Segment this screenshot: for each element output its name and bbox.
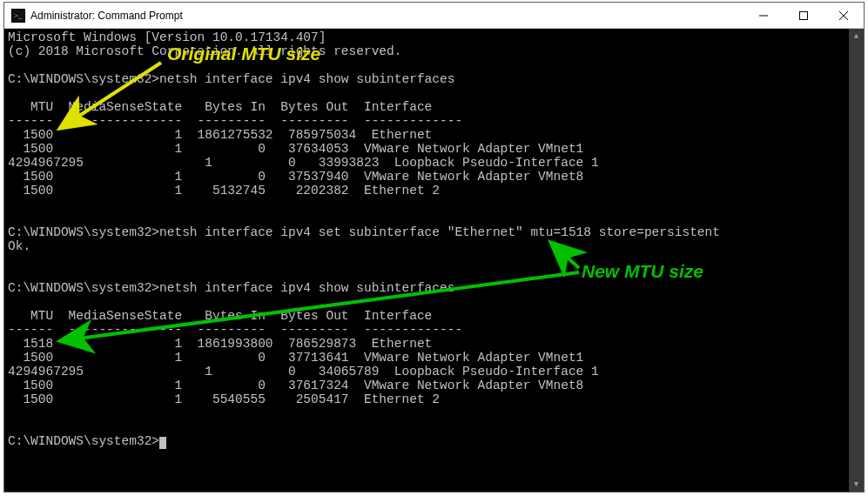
table-row: 1500 1 0 37537940 VMware Network Adapter…	[8, 170, 583, 184]
minimize-button[interactable]	[744, 3, 784, 29]
table-header: MTU MediaSenseState Bytes In Bytes Out I…	[8, 100, 432, 114]
titlebar[interactable]: >_ Administrator: Command Prompt	[4, 3, 864, 29]
prompt: C:\WINDOWS\system32>	[8, 72, 159, 86]
command-prompt-window: >_ Administrator: Command Prompt Microso…	[3, 2, 865, 493]
table-row: 1500 1 5540555 2505417 Ethernet 2	[8, 392, 440, 406]
command-show-1: netsh interface ipv4 show subinterfaces	[159, 72, 454, 86]
table-row: 4294967295 1 0 34065789 Loopback Pseudo-…	[8, 365, 599, 379]
maximize-button[interactable]	[784, 3, 824, 29]
scrollbar[interactable]: ▲ ▼	[849, 29, 864, 492]
prompt: C:\WINDOWS\system32>	[8, 281, 159, 295]
close-button[interactable]	[824, 3, 864, 29]
version-line: Microsoft Windows [Version 10.0.17134.40…	[8, 30, 326, 44]
table-row: 1500 1 0 37634053 VMware Network Adapter…	[8, 142, 583, 156]
svg-rect-4	[800, 11, 808, 19]
scroll-up-icon[interactable]: ▲	[849, 29, 864, 44]
table-row: 1518 1 1861993800 786529873 Ethernet	[8, 337, 432, 351]
prompt: C:\WINDOWS\system32>	[8, 225, 159, 239]
svg-text:>_: >_	[14, 11, 23, 20]
table-row: 4294967295 1 0 33993823 Loopback Pseudo-…	[8, 156, 599, 170]
copyright-line: (c) 2018 Microsoft Corporation. All righ…	[8, 44, 401, 58]
window-title: Administrator: Command Prompt	[30, 10, 183, 22]
ok-output: Ok.	[8, 239, 30, 253]
table-row: 1500 1 0 37617324 VMware Network Adapter…	[8, 379, 583, 392]
table-divider: ------ --------------- --------- -------…	[8, 114, 462, 128]
table-divider: ------ --------------- --------- -------…	[8, 323, 462, 337]
prompt: C:\WINDOWS\system32>	[8, 434, 159, 448]
table-row: 1500 1 5132745 2202382 Ethernet 2	[8, 184, 440, 198]
cmd-icon: >_	[11, 9, 25, 23]
console-area[interactable]: Microsoft Windows [Version 10.0.17134.40…	[4, 29, 864, 492]
command-show-2: netsh interface ipv4 show subinterfaces	[159, 281, 454, 295]
table-header: MTU MediaSenseState Bytes In Bytes Out I…	[8, 309, 432, 323]
cursor	[159, 437, 166, 449]
table-row: 1500 1 0 37713641 VMware Network Adapter…	[8, 351, 583, 365]
command-set: netsh interface ipv4 set subinterface "E…	[159, 225, 720, 239]
scroll-down-icon[interactable]: ▼	[849, 477, 864, 492]
table-row: 1500 1 1861275532 785975034 Ethernet	[8, 128, 432, 142]
